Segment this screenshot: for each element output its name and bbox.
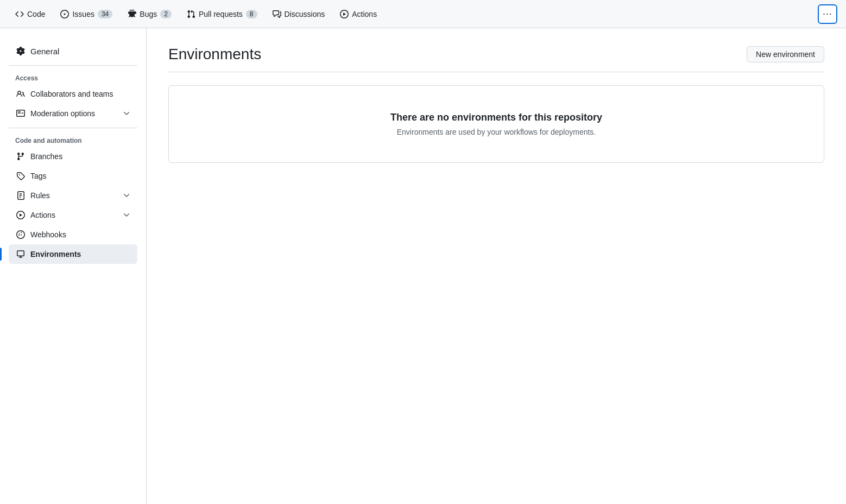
- more-button[interactable]: ···: [818, 4, 837, 24]
- moderation-expand-icon: [122, 109, 131, 118]
- code-divider: [9, 128, 137, 128]
- nav-issues-label: Issues: [72, 10, 94, 18]
- tags-icon: [15, 171, 26, 181]
- moderation-icon: [15, 108, 26, 119]
- sidebar-item-collaborators[interactable]: Collaborators and teams: [9, 84, 137, 104]
- content-header: Environments New environment: [168, 46, 824, 72]
- branches-icon: [15, 151, 26, 162]
- nav-item-code[interactable]: Code: [9, 5, 52, 23]
- nav-discussions-label: Discussions: [285, 10, 325, 18]
- sidebar-rules-label: Rules: [30, 191, 50, 200]
- more-icon: ···: [823, 8, 832, 20]
- sidebar-item-branches[interactable]: Branches: [9, 147, 137, 166]
- pr-badge: 8: [246, 10, 257, 18]
- page-title: Environments: [168, 46, 261, 63]
- nav-bugs-label: Bugs: [140, 10, 157, 18]
- actions-nav-icon: [340, 10, 349, 18]
- rules-expand-icon: [122, 191, 131, 200]
- empty-state-card: There are no environments for this repos…: [168, 85, 824, 163]
- nav-actions-label: Actions: [352, 10, 377, 18]
- sidebar-general-label: General: [30, 47, 59, 56]
- sidebar-item-actions[interactable]: Actions: [9, 205, 137, 225]
- top-nav: Code Issues 34 Bugs 2 Pull requests 8: [0, 0, 846, 28]
- sidebar-item-moderation[interactable]: Moderation options: [9, 104, 137, 123]
- bugs-icon: [128, 10, 136, 18]
- nav-code-label: Code: [27, 10, 45, 18]
- nav-item-issues[interactable]: Issues 34: [54, 5, 119, 23]
- sidebar-tags-label: Tags: [30, 172, 47, 180]
- actions-expand-icon: [122, 211, 131, 219]
- code-icon: [15, 10, 24, 18]
- sidebar-webhooks-label: Webhooks: [30, 230, 66, 239]
- gear-icon: [15, 46, 26, 56]
- sidebar-item-tags[interactable]: Tags: [9, 166, 137, 186]
- nav-pr-label: Pull requests: [199, 10, 243, 18]
- nav-item-discussions[interactable]: Discussions: [266, 5, 332, 23]
- main-content: Environments New environment There are n…: [147, 28, 846, 504]
- sidebar-item-environments[interactable]: Environments: [9, 244, 137, 264]
- new-environment-button[interactable]: New environment: [747, 46, 824, 62]
- pull-requests-icon: [187, 10, 195, 18]
- nav-item-pull-requests[interactable]: Pull requests 8: [180, 5, 264, 23]
- collaborators-icon: [15, 89, 26, 99]
- access-section-label: Access: [9, 70, 137, 84]
- main-container: General Access Collaborators and teams M…: [0, 28, 846, 504]
- sidebar-item-rules[interactable]: Rules: [9, 186, 137, 205]
- sidebar-item-webhooks[interactable]: Webhooks: [9, 225, 137, 244]
- sidebar-moderation-label: Moderation options: [30, 109, 95, 118]
- empty-state-title: There are no environments for this repos…: [191, 112, 802, 123]
- nav-item-bugs[interactable]: Bugs 2: [121, 5, 178, 23]
- sidebar-actions-label: Actions: [30, 211, 55, 219]
- sidebar-environments-label: Environments: [30, 250, 81, 259]
- sidebar-item-general[interactable]: General: [9, 41, 137, 61]
- environments-icon: [15, 249, 26, 260]
- nav-item-actions[interactable]: Actions: [333, 5, 383, 23]
- rules-icon: [15, 190, 26, 201]
- issues-icon: [60, 10, 69, 18]
- webhooks-icon: [15, 229, 26, 240]
- sidebar: General Access Collaborators and teams M…: [0, 28, 147, 504]
- bugs-badge: 2: [160, 10, 172, 18]
- access-divider: [9, 65, 137, 66]
- sidebar-collaborators-label: Collaborators and teams: [30, 90, 113, 98]
- sidebar-branches-label: Branches: [30, 152, 62, 161]
- empty-state-description: Environments are used by your workflows …: [191, 128, 802, 136]
- actions-sidebar-icon: [15, 210, 26, 220]
- code-automation-label: Code and automation: [9, 133, 137, 147]
- discussions-icon: [273, 10, 281, 18]
- issues-badge: 34: [98, 10, 112, 18]
